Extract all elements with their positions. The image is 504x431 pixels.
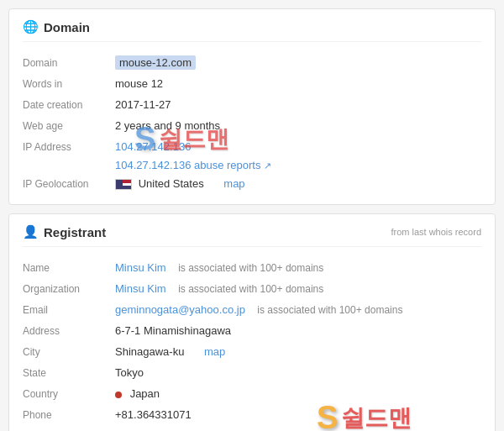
ip-geolocation-row: IP Geolocation United States map — [23, 173, 481, 194]
domain-section-title: Domain — [44, 20, 90, 34]
email-associated: is associated with 100+ domains — [257, 304, 402, 316]
country-label: Country — [23, 387, 115, 400]
fax-row: Fax +81.337709199 — [23, 425, 481, 431]
ip-address-value: 104.27.142.136 — [115, 140, 481, 153]
state-value: Tokyo — [115, 366, 481, 379]
ip-geolocation-value: United States map — [115, 177, 481, 190]
ip-geolocation-label: IP Geolocation — [23, 177, 115, 190]
city-value: Shinagawa-ku map — [115, 345, 481, 358]
address-value: 6-7-1 Minamishinagawa — [115, 324, 481, 337]
name-link[interactable]: Minsu Kim — [115, 261, 166, 274]
words-in-label: Words in — [23, 77, 115, 90]
domain-section: 🌐 Domain Domain mouse-12.com Words in mo… — [8, 8, 496, 205]
from-record-label: from last whois record — [391, 227, 481, 237]
ip-address-link[interactable]: 104.27.142.136 — [115, 140, 191, 153]
us-flag-icon — [115, 179, 132, 190]
state-row: State Tokyo — [23, 362, 481, 383]
domain-label: Domain — [23, 56, 115, 69]
email-value: geminnogata@yahoo.co.jp is associated wi… — [115, 303, 481, 316]
city-label: City — [23, 345, 115, 358]
words-in-row: Words in mouse 12 — [23, 73, 481, 94]
country-dot-icon — [115, 392, 122, 398]
domain-value: mouse-12.com — [115, 56, 481, 69]
city-row: City Shinagawa-ku map — [23, 341, 481, 362]
registrant-header-row: 👤 Registrant from last whois record — [23, 224, 481, 247]
globe-icon: 🌐 — [23, 19, 39, 34]
web-age-row: Web age 2 years and 9 months — [23, 115, 481, 136]
geolocation-map-link[interactable]: map — [223, 177, 244, 190]
city-map-link[interactable]: map — [204, 345, 225, 358]
date-creation-row: Date creation 2017-11-27 — [23, 94, 481, 115]
ip-address-label: IP Address — [23, 140, 115, 153]
ip-abuse-row: 104.27.142.136 abuse reports ↗ — [23, 157, 481, 173]
name-label: Name — [23, 261, 115, 274]
organization-associated: is associated with 100+ domains — [178, 283, 323, 295]
ip-address-row: IP Address 104.27.142.136 — [23, 136, 481, 157]
name-associated: is associated with 100+ domains — [178, 262, 323, 274]
domain-section-header: 🌐 Domain — [23, 19, 481, 42]
organization-row: Organization Minsu Kim is associated wit… — [23, 278, 481, 299]
address-label: Address — [23, 324, 115, 337]
ip-abuse-link[interactable]: 104.27.142.136 abuse reports ↗ — [115, 159, 271, 171]
state-label: State — [23, 366, 115, 379]
person-icon: 👤 — [23, 224, 39, 239]
phone-value: +81.364331071 — [115, 408, 481, 421]
email-link[interactable]: geminnogata@yahoo.co.jp — [115, 303, 245, 316]
web-age-value: 2 years and 9 months — [115, 119, 481, 132]
domain-row: Domain mouse-12.com — [23, 52, 481, 73]
address-row: Address 6-7-1 Minamishinagawa — [23, 320, 481, 341]
external-link-icon: ↗ — [264, 160, 271, 171]
web-age-label: Web age — [23, 119, 115, 132]
phone-row: Phone +81.364331071 — [23, 404, 481, 425]
date-creation-label: Date creation — [23, 98, 115, 111]
domain-highlight: mouse-12.com — [115, 55, 196, 70]
organization-link[interactable]: Minsu Kim — [115, 282, 166, 295]
country-row: Country Japan — [23, 383, 481, 404]
phone-label: Phone — [23, 408, 115, 421]
registrant-section-title: 👤 Registrant — [23, 224, 106, 239]
words-in-value: mouse 12 — [115, 77, 481, 90]
email-row: Email geminnogata@yahoo.co.jp is associa… — [23, 299, 481, 320]
registrant-section: 👤 Registrant from last whois record Name… — [8, 213, 496, 431]
date-creation-value: 2017-11-27 — [115, 98, 481, 111]
geolocation-country: United States — [139, 177, 204, 190]
organization-label: Organization — [23, 282, 115, 295]
email-label: Email — [23, 303, 115, 316]
city-text: Shinagawa-ku — [115, 345, 184, 358]
name-value: Minsu Kim is associated with 100+ domain… — [115, 261, 481, 274]
organization-value: Minsu Kim is associated with 100+ domain… — [115, 282, 481, 295]
country-text: Japan — [130, 387, 160, 400]
name-row: Name Minsu Kim is associated with 100+ d… — [23, 257, 481, 278]
country-value: Japan — [115, 387, 481, 400]
